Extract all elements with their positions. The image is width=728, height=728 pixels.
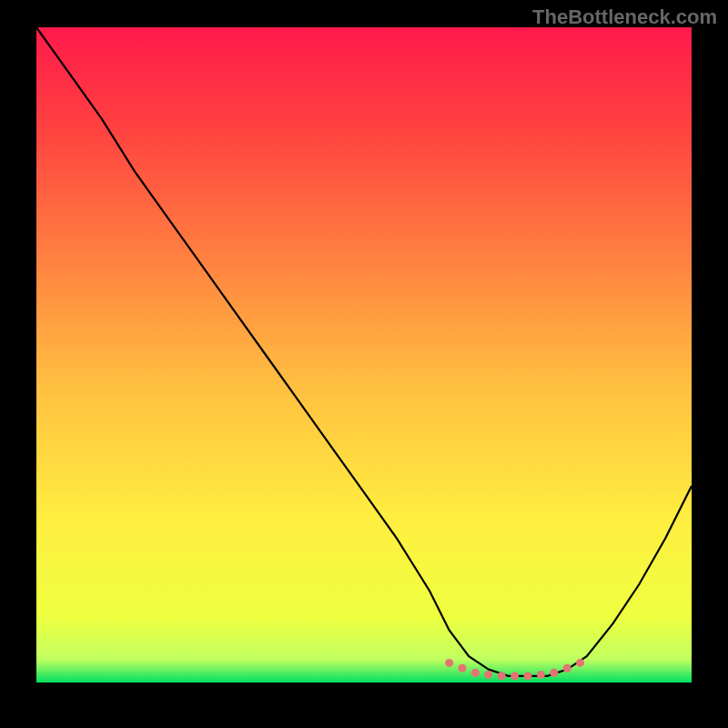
optimal-marker	[445, 659, 453, 667]
optimal-marker	[576, 659, 584, 667]
optimal-marker	[459, 664, 467, 672]
chart-canvas	[36, 27, 692, 682]
chart-plot-area	[36, 27, 692, 682]
optimal-marker	[471, 669, 480, 677]
optimal-marker	[524, 672, 532, 680]
optimal-marker	[498, 672, 506, 680]
optimal-marker	[484, 671, 492, 679]
optimal-marker	[550, 669, 558, 677]
optimal-marker	[563, 664, 571, 672]
optimal-marker	[511, 672, 519, 680]
svg-rect-0	[36, 27, 692, 682]
watermark-text: TheBottleneck.com	[532, 5, 717, 29]
optimal-marker	[537, 671, 545, 679]
